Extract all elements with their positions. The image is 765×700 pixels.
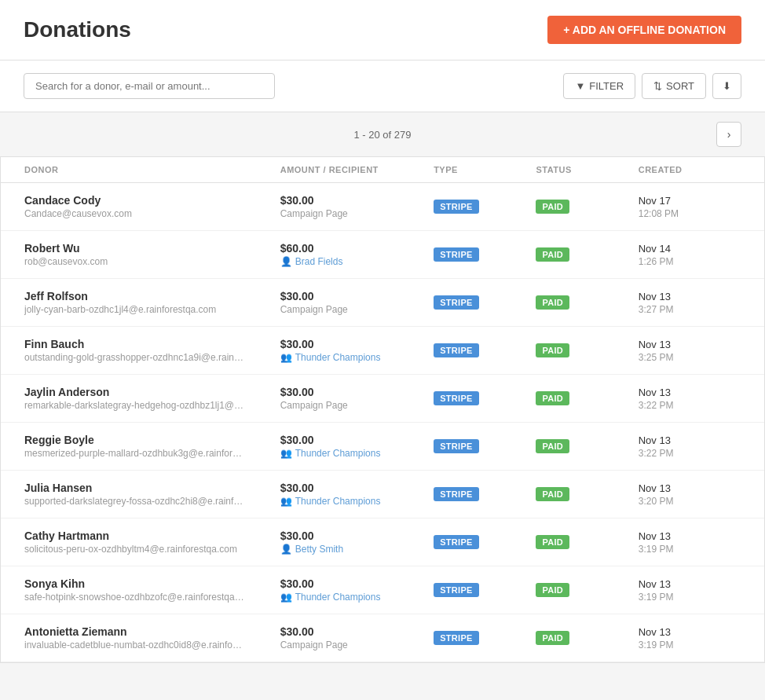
recipient-link[interactable]: 👤Brad Fields <box>280 256 434 267</box>
paid-badge: PAID <box>536 439 569 453</box>
created-date: Nov 13 <box>639 530 741 542</box>
table-row: Candace Cody Candace@causevox.com $30.00… <box>1 183 764 231</box>
toolbar: ▼ FILTER ⇅ SORT ⬇ <box>0 60 765 112</box>
donor-name: Antonietta Ziemann <box>24 625 280 638</box>
status-cell: PAID <box>536 631 638 645</box>
status-cell: PAID <box>536 343 638 357</box>
recipient-link[interactable]: 👥Thunder Champions <box>280 592 434 603</box>
status-cell: PAID <box>536 535 638 549</box>
donor-cell: Antonietta Ziemann invaluable-cadetblue-… <box>24 625 280 651</box>
donor-email: outstanding-gold-grasshopper-ozdhnc1a9i@… <box>24 352 244 363</box>
stripe-badge: STRIPE <box>434 343 479 357</box>
donor-email: supported-darkslategrey-fossa-ozdhc2hi8@… <box>24 496 244 507</box>
table-row: Jaylin Anderson remarkable-darkslategray… <box>1 375 764 423</box>
table-row: Cathy Hartmann solicitous-peru-ox-ozdhby… <box>1 519 764 566</box>
amount-cell: $30.00 Campaign Page <box>280 290 434 315</box>
donor-cell: Reggie Boyle mesmerized-purple-mallard-o… <box>24 434 280 459</box>
stripe-badge: STRIPE <box>434 295 479 310</box>
col-header-type: TYPE <box>434 165 536 174</box>
stripe-badge: STRIPE <box>434 439 479 453</box>
donor-email: mesmerized-purple-mallard-ozdhbuk3g@e.ra… <box>24 448 244 459</box>
donor-email: Candace@causevox.com <box>24 208 244 219</box>
amount-value: $30.00 <box>280 434 434 446</box>
created-date: Nov 13 <box>639 578 741 590</box>
created-time: 12:08 PM <box>639 208 741 219</box>
created-time: 3:22 PM <box>639 448 741 459</box>
created-cell: Nov 17 12:08 PM <box>639 195 741 219</box>
created-cell: Nov 13 3:22 PM <box>639 387 741 411</box>
paid-badge: PAID <box>536 487 569 501</box>
created-date: Nov 13 <box>639 434 741 446</box>
amount-cell: $30.00 Campaign Page <box>280 194 434 219</box>
paid-badge: PAID <box>536 391 569 405</box>
stripe-badge: STRIPE <box>434 583 479 597</box>
created-cell: Nov 13 3:25 PM <box>639 339 741 363</box>
amount-cell: $30.00 👥Thunder Champions <box>280 338 434 363</box>
type-cell: STRIPE <box>434 583 536 597</box>
team-icon: 👥 <box>280 592 292 603</box>
donor-name: Cathy Hartmann <box>24 530 280 542</box>
amount-cell: $30.00 👥Thunder Champions <box>280 434 434 459</box>
donor-cell: Cathy Hartmann solicitous-peru-ox-ozdhby… <box>24 530 280 555</box>
created-time: 3:19 PM <box>639 640 741 651</box>
table-row: Jeff Rolfson jolly-cyan-barb-ozdhc1jl4@e… <box>1 279 764 327</box>
type-cell: STRIPE <box>434 391 536 405</box>
created-time: 1:26 PM <box>639 256 741 267</box>
table-header: DONOR AMOUNT / RECIPIENT TYPE STATUS CRE… <box>1 157 764 183</box>
amount-value: $30.00 <box>280 386 434 398</box>
created-cell: Nov 13 3:19 PM <box>639 578 741 603</box>
stripe-badge: STRIPE <box>434 391 479 405</box>
sort-button[interactable]: ⇅ SORT <box>642 73 706 99</box>
recipient-link[interactable]: 👥Thunder Champions <box>280 496 434 507</box>
created-time: 3:19 PM <box>639 544 741 555</box>
status-cell: PAID <box>536 391 638 405</box>
table-row: Julia Hansen supported-darkslategrey-fos… <box>1 471 764 519</box>
col-header-amount: AMOUNT / RECIPIENT <box>280 165 434 174</box>
type-cell: STRIPE <box>434 200 536 214</box>
download-button[interactable]: ⬇ <box>712 73 741 99</box>
status-cell: PAID <box>536 583 638 597</box>
created-time: 3:20 PM <box>639 496 741 507</box>
status-cell: PAID <box>536 487 638 501</box>
page-header: Donations + ADD AN OFFLINE DONATION <box>0 0 765 60</box>
amount-value: $30.00 <box>280 577 434 590</box>
paid-badge: PAID <box>536 343 569 357</box>
recipient-link[interactable]: 👥Thunder Champions <box>280 352 434 363</box>
donor-email: rob@causevox.com <box>24 256 244 267</box>
table-row: Finn Bauch outstanding-gold-grasshopper-… <box>1 327 764 375</box>
add-offline-donation-button[interactable]: + ADD AN OFFLINE DONATION <box>547 16 741 44</box>
filter-icon: ▼ <box>575 80 585 92</box>
sort-label: SORT <box>666 80 694 92</box>
amount-cell: $30.00 Campaign Page <box>280 625 434 651</box>
pagination-next-button[interactable]: › <box>716 122 741 147</box>
status-cell: PAID <box>536 247 638 262</box>
created-date: Nov 13 <box>639 291 741 302</box>
donor-cell: Candace Cody Candace@causevox.com <box>24 194 280 219</box>
person-icon: 👤 <box>280 256 292 267</box>
stripe-badge: STRIPE <box>434 535 479 549</box>
created-cell: Nov 14 1:26 PM <box>639 243 741 267</box>
paid-badge: PAID <box>536 583 569 597</box>
created-time: 3:25 PM <box>639 352 741 363</box>
donor-name: Reggie Boyle <box>24 434 280 446</box>
amount-value: $30.00 <box>280 194 434 207</box>
stripe-badge: STRIPE <box>434 487 479 501</box>
search-input[interactable] <box>24 73 275 99</box>
created-time: 3:27 PM <box>639 304 741 315</box>
recipient-label: Campaign Page <box>280 640 434 651</box>
filter-button[interactable]: ▼ FILTER <box>563 73 635 99</box>
recipient-link[interactable]: 👤Betty Smith <box>280 544 434 555</box>
amount-value: $30.00 <box>280 482 434 494</box>
status-cell: PAID <box>536 439 638 453</box>
donor-cell: Robert Wu rob@causevox.com <box>24 242 280 267</box>
donor-cell: Julia Hansen supported-darkslategrey-fos… <box>24 482 280 507</box>
recipient-link[interactable]: 👥Thunder Champions <box>280 448 434 459</box>
table-row: Robert Wu rob@causevox.com $60.00 👤Brad … <box>1 231 764 279</box>
created-date: Nov 13 <box>639 387 741 398</box>
donor-email: jolly-cyan-barb-ozdhc1jl4@e.rainforestqa… <box>24 304 244 315</box>
table-row: Reggie Boyle mesmerized-purple-mallard-o… <box>1 423 764 471</box>
filter-label: FILTER <box>589 80 624 92</box>
type-cell: STRIPE <box>434 295 536 310</box>
table-row: Sonya Kihn safe-hotpink-snowshoe-ozdhbzo… <box>1 566 764 614</box>
amount-cell: $30.00 👥Thunder Champions <box>280 482 434 507</box>
